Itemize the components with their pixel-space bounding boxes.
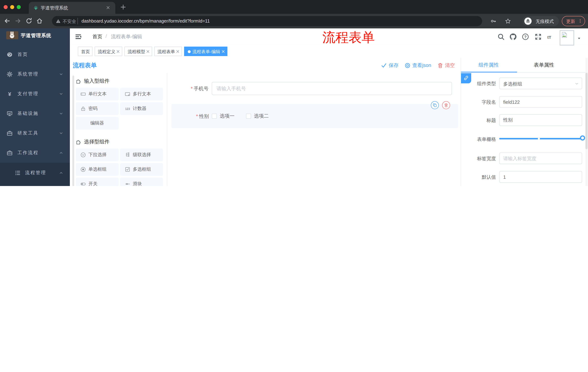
save-button[interactable]: 保存 [381,62,399,69]
palette-item-editor[interactable]: 编辑器 [76,117,119,130]
tags-view: 首页 流程定义 流程模型 流程表单 流程表单-编辑 [70,45,588,58]
tag-process-definition[interactable]: 流程定义 [94,47,122,56]
reload-icon[interactable] [25,18,32,24]
slider-handle[interactable] [580,135,585,140]
palette-item-select[interactable]: 下拉选择 [76,149,119,161]
field-name-input[interactable] [499,96,582,108]
palette-item-radio-group[interactable]: 单选框组 [76,163,119,176]
app-header: 首页 / 流程表单-编辑 流程表单 [70,28,588,45]
select-icon [80,152,86,158]
new-tab-icon[interactable] [120,4,126,10]
window-zoom-button[interactable] [17,5,21,9]
tag-close-icon[interactable] [176,50,180,53]
checkbox-icon[interactable] [246,114,251,119]
panel-scrollbar-thumb[interactable] [586,73,588,149]
palette-item-password[interactable]: 密码 [76,102,119,115]
palette-item-multi-text[interactable]: 多行文本 [120,88,163,100]
password-key-icon[interactable] [491,18,496,24]
sidebar-item-infra[interactable]: 基础设施 [0,104,70,123]
bookmark-star-icon[interactable] [505,18,511,24]
tag-process-form-edit-active[interactable]: 流程表单-编辑 [184,47,227,56]
back-icon[interactable] [4,18,10,24]
menu-dots-icon[interactable] [578,19,583,23]
tag-process-form[interactable]: 流程表单 [154,47,182,56]
checkbox-icon[interactable] [212,114,217,119]
tab-close-icon[interactable] [106,5,110,10]
url-divider [77,18,78,24]
properties-panel: 组件属性 表单属性 组件类型 多选框组 字段名 标题 表单栅格 标签宽度 默认值… [461,58,588,186]
form-canvas[interactable]: 手机号 性别 选项一 选项二 [167,73,461,186]
tab-form-props[interactable]: 表单属性 [534,62,554,68]
clear-button[interactable]: 清空 [437,62,455,69]
palette-item-counter[interactable]: 计数器 [120,102,163,115]
search-icon[interactable] [497,33,505,40]
sidebar-item-process-form[interactable]: 流程表单 [0,183,70,186]
palette-item-switch[interactable]: 开关 [76,178,119,186]
palette-item-checkbox-group[interactable]: 多选框组 [120,163,163,176]
palette-item-cascader[interactable]: 级联选择 [120,149,163,161]
font-size-icon[interactable] [547,33,554,40]
window-close-button[interactable] [4,5,8,9]
breadcrumb-current: 流程表单-编辑 [111,33,142,40]
help-icon[interactable] [522,33,529,40]
update-button[interactable]: 更新 [562,16,585,26]
palette-item-single-text[interactable]: 单行文本 [76,88,119,100]
incognito-label: 无痕模式 [536,19,554,25]
sidebar-item-workflow[interactable]: 工作流程 [0,143,70,163]
url-bar[interactable]: 不安全 dashboard.yudao.iocoder.cn/bpm/manag… [52,16,482,26]
gear-icon [7,71,13,77]
view-json-label: 查看json [412,62,431,69]
gender-option-1[interactable]: 选项一 [212,113,234,119]
gender-option-2[interactable]: 选项二 [246,113,269,119]
tag-close-icon[interactable] [146,50,150,53]
sidebar-item-payment[interactable]: 支付管理 [0,84,70,104]
hamburger-icon[interactable] [75,33,82,40]
check-icon [381,63,387,68]
default-value-input[interactable] [499,171,582,183]
url-text: dashboard.yudao.iocoder.cn/bpm/manager/f… [82,19,210,24]
copy-component-button[interactable] [431,101,439,109]
chevron-down-icon [59,131,63,135]
phone-field-input[interactable] [212,82,452,95]
forward-icon[interactable] [15,18,21,24]
broken-image-icon [561,32,568,38]
puzzle-icon [76,139,82,145]
grid-label: 表单栅格 [461,136,496,143]
tag-close-icon[interactable] [221,50,225,53]
window-minimize-button[interactable] [10,5,14,9]
slider-icon [125,181,130,186]
tab-component-props[interactable]: 组件属性 [478,62,499,68]
github-icon[interactable] [509,33,517,40]
tag-label: 流程表单 [158,49,175,55]
browser-address-bar: 不安全 dashboard.yudao.iocoder.cn/bpm/manag… [0,14,588,29]
fullscreen-icon[interactable] [535,33,542,40]
sidebar-item-system[interactable]: 系统管理 [0,64,70,84]
tag-close-icon[interactable] [116,50,120,53]
checkbox-icon [125,167,130,172]
sidebar-item-process-mgmt[interactable]: 流程管理 [0,163,70,183]
sidebar-item-label: 首页 [18,52,28,58]
palette-item-slider[interactable]: 滑块 [120,178,163,186]
avatar-caret-down-icon[interactable] [577,36,581,40]
palette-scrollbar-thumb[interactable] [73,76,74,186]
avatar[interactable] [560,30,574,45]
chevron-down-icon [59,111,63,116]
title-input[interactable] [499,114,582,126]
view-json-button[interactable]: 查看json [405,62,431,69]
lock-icon [80,106,86,111]
sidebar-item-devtools[interactable]: 研发工具 [0,123,70,143]
form-grid-slider[interactable] [499,138,583,139]
slider-mark-dot [538,138,540,140]
label-width-input[interactable] [499,152,582,164]
home-icon[interactable] [36,18,43,24]
incognito-icon [524,18,532,25]
sidebar-item-home[interactable]: 首页 [0,45,70,64]
selected-component-gender[interactable]: 性别 选项一 选项二 [171,104,458,128]
delete-component-button[interactable] [442,101,450,109]
tag-process-model[interactable]: 流程模型 [125,47,152,56]
browser-tab[interactable]: 芋道管理系统 [29,2,115,14]
default-value-label: 默认值 [461,174,496,181]
tag-home[interactable]: 首页 [78,47,92,56]
component-type-select[interactable]: 多选框组 [499,77,582,89]
breadcrumb-home[interactable]: 首页 [92,33,102,40]
